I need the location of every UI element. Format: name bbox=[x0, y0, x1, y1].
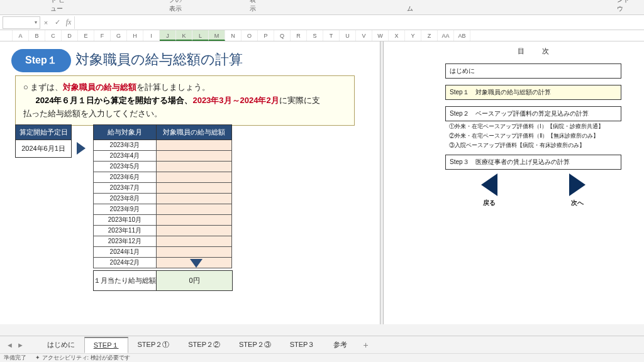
month-cell: 2023年8月 bbox=[94, 194, 157, 204]
table-row: 2023年8月 bbox=[94, 194, 232, 204]
col-V[interactable]: V bbox=[356, 30, 372, 41]
col-A[interactable]: A bbox=[13, 30, 29, 41]
monthly-average-row: １月当たり給与総額 0円 bbox=[93, 270, 233, 291]
month-cell: 2024年2月 bbox=[94, 258, 157, 268]
add-sheet-button[interactable]: + bbox=[363, 340, 368, 350]
col-O[interactable]: O bbox=[242, 30, 258, 41]
amount-cell[interactable] bbox=[157, 162, 232, 172]
arrow-down-icon bbox=[190, 259, 203, 268]
col-AA[interactable]: AA bbox=[438, 30, 454, 41]
table-row: 2023年4月 bbox=[94, 151, 232, 162]
sheet-tab[interactable]: STEP２② bbox=[179, 337, 230, 353]
sheet-tab[interactable]: STEP２③ bbox=[230, 337, 280, 353]
cancel-icon[interactable]: × bbox=[40, 19, 52, 26]
col-amount-header: 対象職員の給与総額 bbox=[157, 125, 232, 140]
table-row: 2023年12月 bbox=[94, 236, 232, 247]
table-row: 2023年7月 bbox=[94, 183, 232, 194]
col-W[interactable]: W bbox=[372, 30, 389, 41]
pane-splitter[interactable] bbox=[380, 41, 384, 324]
amount-cell[interactable] bbox=[157, 183, 232, 194]
col-K[interactable]: K bbox=[176, 30, 192, 41]
sheet-tab[interactable]: はじめに bbox=[38, 337, 84, 353]
month-cell: 2023年4月 bbox=[94, 151, 157, 162]
ribbon-group-labels: シート ビュー ブックの表示 表示 ズーム ウィンドウ bbox=[0, 0, 644, 15]
table-row: 2023年11月 bbox=[94, 226, 232, 236]
amount-cell[interactable] bbox=[157, 226, 232, 236]
col-E[interactable]: E bbox=[78, 30, 94, 41]
toc-step2c[interactable]: ③入院ベースアップ評価料【病院・有床診療所のみ】 bbox=[449, 141, 621, 150]
instr-emph: 対象職員の給与総額 bbox=[63, 82, 136, 92]
month-cell: 2023年10月 bbox=[94, 215, 157, 226]
table-row: 2023年9月 bbox=[94, 204, 232, 215]
col-Z[interactable]: Z bbox=[421, 30, 438, 41]
month-cell: 2023年3月 bbox=[94, 140, 157, 151]
amount-cell[interactable] bbox=[157, 204, 232, 215]
col-P[interactable]: P bbox=[258, 30, 274, 41]
table-row: 2023年6月 bbox=[94, 172, 232, 183]
amount-cell[interactable] bbox=[157, 140, 232, 151]
month-cell: 2023年12月 bbox=[94, 236, 157, 247]
amount-cell[interactable] bbox=[157, 194, 232, 204]
col-J[interactable]: J bbox=[160, 30, 176, 41]
sheet-tab[interactable]: STEP１ bbox=[84, 337, 128, 353]
status-accessibility[interactable]: ✦ アクセシビリティ: 検討が必要です bbox=[35, 354, 130, 362]
nav-next-button[interactable]: 次へ bbox=[569, 173, 586, 207]
ribbon-grp-show: 表示 bbox=[237, 0, 269, 14]
col-I[interactable]: I bbox=[143, 30, 160, 41]
sheet-tab[interactable]: 参考 bbox=[324, 337, 357, 353]
toc-hajime[interactable]: はじめに bbox=[445, 63, 621, 79]
select-all-corner[interactable] bbox=[0, 30, 13, 41]
sheet-tab[interactable]: STEP２① bbox=[128, 337, 179, 353]
col-D[interactable]: D bbox=[62, 30, 78, 41]
month-cell: 2023年7月 bbox=[94, 183, 157, 194]
formula-bar[interactable] bbox=[74, 16, 644, 29]
month-cell: 2023年9月 bbox=[94, 204, 157, 215]
month-cell: 2023年11月 bbox=[94, 226, 157, 236]
col-N[interactable]: N bbox=[225, 30, 242, 41]
col-F[interactable]: F bbox=[94, 30, 111, 41]
start-date-value[interactable]: 2024年6月1日 bbox=[15, 140, 72, 158]
toc-step2b[interactable]: ②外来・在宅ベースアップ評価料（Ⅱ）【無床診療所のみ】 bbox=[449, 132, 621, 140]
sheet-tab[interactable]: STEP３ bbox=[280, 337, 325, 353]
amount-cell[interactable] bbox=[157, 151, 232, 162]
month-cell: 2024年1月 bbox=[94, 247, 157, 258]
name-box[interactable] bbox=[3, 16, 40, 29]
amount-cell[interactable] bbox=[157, 236, 232, 247]
sheet-tabs: ◄► はじめにSTEP１STEP２①STEP２②STEP２③STEP３参考+ bbox=[0, 336, 644, 353]
amount-cell[interactable] bbox=[157, 215, 232, 226]
toc-step2a[interactable]: ①外来・在宅ベースアップ評価料（Ⅰ）【病院・診療所共通】 bbox=[449, 123, 621, 131]
col-M[interactable]: M bbox=[209, 30, 225, 41]
amount-cell[interactable] bbox=[157, 172, 232, 183]
col-month-header: 給与対象月 bbox=[94, 125, 157, 140]
col-U[interactable]: U bbox=[340, 30, 356, 41]
col-H[interactable]: H bbox=[127, 30, 143, 41]
enter-icon[interactable]: ✓ bbox=[52, 18, 63, 26]
instruction-box: ○ まずは、対象職員の給与総額を計算しましょう。 2024年６月１日から算定を開… bbox=[15, 75, 355, 126]
col-S[interactable]: S bbox=[307, 30, 323, 41]
nav-back-button[interactable]: 戻る bbox=[481, 173, 497, 207]
col-B[interactable]: B bbox=[29, 30, 45, 41]
amount-cell[interactable] bbox=[157, 247, 232, 258]
col-T[interactable]: T bbox=[323, 30, 340, 41]
worksheet[interactable]: Step１ 対象職員の給与総額の計算 ○ まずは、対象職員の給与総額を計算しまし… bbox=[0, 41, 644, 324]
instr-emph: 2023年3月～2024年2月 bbox=[192, 96, 279, 105]
nav-back-label: 戻る bbox=[481, 199, 497, 207]
nav-arrows: 戻る 次へ bbox=[445, 173, 621, 207]
col-AB[interactable]: AB bbox=[454, 30, 470, 41]
col-X[interactable]: X bbox=[389, 30, 405, 41]
col-C[interactable]: C bbox=[45, 30, 62, 41]
month-cell: 2023年5月 bbox=[94, 162, 157, 172]
instr-text: 払った給与総額を入力してください。 bbox=[23, 109, 162, 118]
col-R[interactable]: R bbox=[291, 30, 307, 41]
col-Q[interactable]: Q bbox=[274, 30, 291, 41]
toc-step2[interactable]: Step２ ベースアップ評価料の算定見込みの計算 bbox=[445, 106, 621, 121]
fx-icon[interactable]: fx bbox=[63, 18, 74, 27]
col-L[interactable]: L bbox=[192, 30, 209, 41]
table-row: 2023年10月 bbox=[94, 215, 232, 226]
toc-step3[interactable]: Step３ 医療従事者の賃上げ見込みの計算 bbox=[445, 155, 621, 170]
tab-nav-arrows[interactable]: ◄► bbox=[5, 341, 25, 349]
col-Y[interactable]: Y bbox=[405, 30, 421, 41]
col-G[interactable]: G bbox=[111, 30, 127, 41]
toc-step1[interactable]: Step１ 対象職員の給与総額の計算 bbox=[445, 85, 621, 100]
start-date-header: 算定開始予定日 bbox=[15, 124, 72, 140]
